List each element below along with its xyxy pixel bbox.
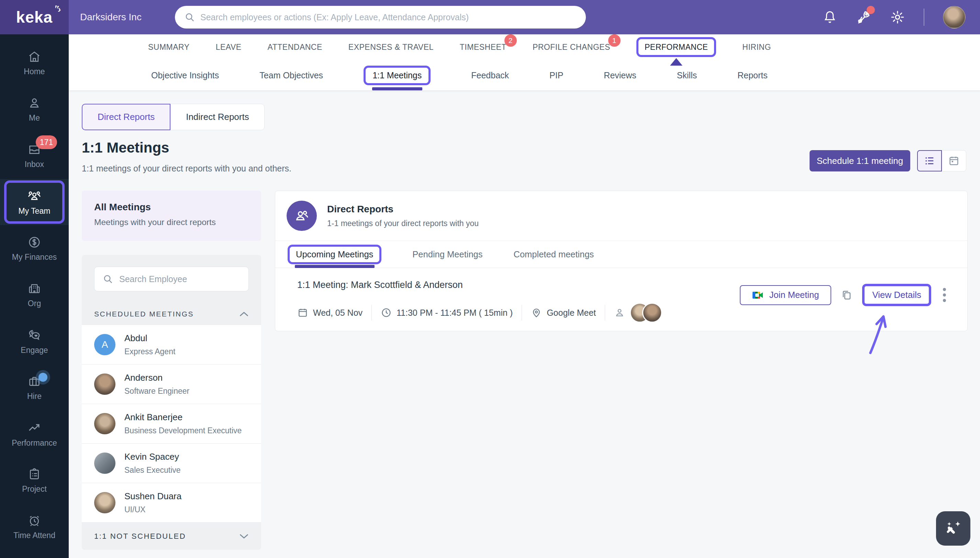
user-avatar[interactable] bbox=[943, 6, 965, 28]
join-meeting-button[interactable]: Join Meeting bbox=[740, 285, 832, 305]
indirect-reports-toggle[interactable]: Indirect Reports bbox=[171, 104, 264, 130]
brand-logo[interactable]: keka ‟› bbox=[0, 0, 69, 34]
sidebar-item-engage[interactable]: Engage bbox=[0, 318, 69, 364]
settings-gear-icon[interactable] bbox=[890, 10, 905, 25]
nav-expenses-travel[interactable]: EXPENSES & TRAVEL bbox=[348, 43, 433, 52]
annotation-box-1-1-meetings: 1:1 Meetings bbox=[364, 66, 430, 85]
subnav-reports[interactable]: Reports bbox=[737, 60, 768, 90]
employee-name: Abdul bbox=[125, 333, 175, 344]
clock-icon bbox=[381, 307, 392, 318]
nav-label: PERFORMANCE bbox=[645, 43, 708, 51]
sidebar-item-me[interactable]: Me bbox=[0, 86, 69, 132]
schedule-1-1-meeting-button[interactable]: Schedule 1:1 meeting bbox=[809, 150, 910, 171]
nav-label: TIMESHEET bbox=[460, 43, 507, 51]
calendar-view-button[interactable] bbox=[942, 150, 967, 171]
whats-new-rocket-icon[interactable] bbox=[855, 9, 872, 25]
global-search[interactable] bbox=[175, 6, 586, 28]
nav-profile-changes[interactable]: PROFILE CHANGES1 bbox=[533, 43, 610, 52]
meetings-left-panel: All Meetings Meetings with your direct r… bbox=[82, 191, 261, 550]
tab-completed-meetings[interactable]: Completed meetings bbox=[514, 241, 594, 268]
direct-reports-toggle[interactable]: Direct Reports bbox=[82, 104, 171, 130]
sidebar-label: Performance bbox=[11, 438, 57, 448]
employee-role: Business Development Executive bbox=[125, 426, 241, 435]
more-options-kebab-icon[interactable] bbox=[941, 286, 948, 304]
magic-wand-button[interactable] bbox=[936, 511, 970, 546]
active-tab-underline bbox=[372, 87, 422, 90]
tab-pending-meetings[interactable]: Pending Meetings bbox=[412, 241, 483, 268]
all-meetings-title: All Meetings bbox=[94, 202, 249, 213]
subnav-pip[interactable]: PIP bbox=[550, 60, 563, 90]
annotation-box-performance: PERFORMANCE bbox=[636, 37, 716, 57]
all-meetings-card[interactable]: All Meetings Meetings with your direct r… bbox=[82, 191, 261, 241]
join-meeting-label: Join Meeting bbox=[769, 290, 819, 300]
employee-search[interactable] bbox=[94, 267, 249, 291]
employee-row-sushen[interactable]: Sushen Duara UI/UX bbox=[82, 483, 261, 523]
meeting-row[interactable]: 1:1 Meeting: Mark Scottfield & Anderson … bbox=[275, 268, 967, 323]
nav-hiring[interactable]: HIRING bbox=[742, 43, 771, 52]
sidebar-label: Time Attend bbox=[13, 531, 55, 540]
sidebar-item-inbox[interactable]: Inbox 171 bbox=[0, 133, 69, 179]
reports-toggle: Direct Reports Indirect Reports bbox=[82, 104, 264, 130]
employee-row-abdul[interactable]: A Abdul Express Agent bbox=[82, 325, 261, 364]
employee-row-ankit[interactable]: Ankit Banerjee Business Development Exec… bbox=[82, 404, 261, 443]
company-name: Darksiders Inc bbox=[80, 0, 141, 34]
search-icon bbox=[103, 274, 113, 284]
meeting-participants bbox=[614, 303, 662, 323]
subnav-1-1-meetings[interactable]: 1:1 Meetings bbox=[364, 60, 430, 90]
hire-notification-dot bbox=[38, 373, 48, 382]
scheduled-meetings-header[interactable]: SCHEDULED MEETINGS bbox=[82, 303, 261, 325]
view-details-button[interactable]: View Details bbox=[862, 284, 931, 306]
sidebar-label: My Finances bbox=[12, 253, 57, 262]
brand-text: keka bbox=[16, 8, 53, 26]
direct-reports-subtitle: 1-1 meetings of your direct reports with… bbox=[327, 219, 479, 228]
annotation-pointer bbox=[670, 58, 683, 66]
employee-name: Anderson bbox=[125, 373, 189, 383]
sidebar-item-home[interactable]: Home bbox=[0, 40, 69, 86]
sidebar-item-performance[interactable]: Performance bbox=[0, 411, 69, 457]
subnav-label: 1:1 Meetings bbox=[373, 71, 422, 80]
meeting-date: Wed, 05 Nov bbox=[297, 307, 363, 318]
sidebar-label: Me bbox=[29, 113, 40, 123]
sidebar-item-my-finances[interactable]: My Finances bbox=[0, 225, 69, 271]
meetings-tabs: Upcoming Meetings Pending Meetings Compl… bbox=[275, 241, 967, 268]
nav-performance[interactable]: PERFORMANCE bbox=[636, 43, 716, 52]
sidebar-item-hire[interactable]: Hire bbox=[0, 364, 69, 410]
location-pin-icon bbox=[531, 307, 542, 318]
subnav-feedback[interactable]: Feedback bbox=[471, 60, 509, 90]
sidebar-label: Hire bbox=[27, 392, 41, 401]
employee-search-input[interactable] bbox=[119, 274, 240, 284]
performance-subnav: Objective Insights Team Objectives 1:1 M… bbox=[69, 60, 980, 91]
nav-leave[interactable]: LEAVE bbox=[216, 43, 241, 52]
keka-logo: keka ‟› bbox=[16, 8, 53, 26]
global-search-input[interactable] bbox=[200, 12, 576, 22]
copy-link-icon[interactable] bbox=[841, 289, 852, 301]
employee-row-kevin[interactable]: Kevin Spacey Sales Executive bbox=[82, 443, 261, 483]
sidebar-item-project[interactable]: Project bbox=[0, 457, 69, 503]
page-content: Direct Reports Indirect Reports 1:1 Meet… bbox=[69, 91, 980, 558]
nav-attendance[interactable]: ATTENDANCE bbox=[268, 43, 322, 52]
avatar-ankit bbox=[94, 413, 115, 434]
meeting-time: 11:30 PM - 11:45 PM ( 15min ) bbox=[381, 307, 513, 318]
avatar-anderson bbox=[94, 374, 115, 395]
meeting-location: Google Meet bbox=[531, 307, 596, 318]
chevron-down-icon bbox=[239, 533, 249, 540]
list-view-button[interactable] bbox=[917, 150, 942, 171]
subnav-team-objectives[interactable]: Team Objectives bbox=[259, 60, 323, 90]
nav-summary[interactable]: SUMMARY bbox=[148, 43, 190, 52]
not-scheduled-section-header[interactable]: 1:1 NOT SCHEDULED bbox=[82, 523, 261, 550]
direct-reports-title: Direct Reports bbox=[327, 204, 479, 215]
employee-row-anderson[interactable]: Anderson Software Engineer bbox=[82, 364, 261, 404]
nav-timesheet[interactable]: TIMESHEET2 bbox=[460, 43, 507, 52]
avatar-sushen bbox=[94, 492, 115, 513]
sidebar-item-org[interactable]: Org bbox=[0, 272, 69, 318]
sidebar-item-time-attend[interactable]: Time Attend bbox=[0, 504, 69, 550]
subnav-objective-insights[interactable]: Objective Insights bbox=[151, 60, 219, 90]
sidebar-item-my-team[interactable]: My Team bbox=[0, 179, 69, 225]
employee-role: UI/UX bbox=[125, 505, 181, 514]
notifications-bell-icon[interactable] bbox=[822, 10, 837, 25]
subnav-reviews[interactable]: Reviews bbox=[604, 60, 636, 90]
tab-upcoming-meetings[interactable]: Upcoming Meetings bbox=[287, 241, 381, 268]
sidebar-label: Project bbox=[22, 484, 47, 494]
sidebar-label: Engage bbox=[21, 346, 48, 355]
sidebar-label: Home bbox=[24, 67, 45, 76]
